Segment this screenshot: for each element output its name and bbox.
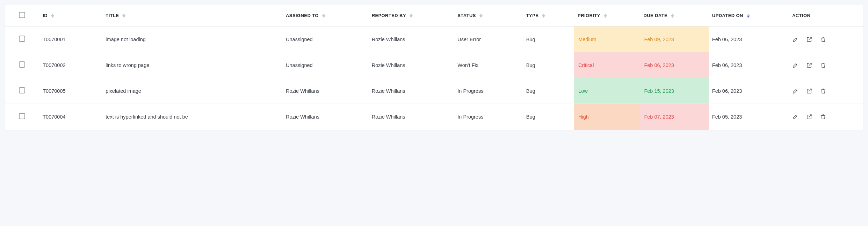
open-external-icon[interactable] xyxy=(806,62,812,68)
priority: High xyxy=(578,114,589,120)
header-priority-label: PRIORITY xyxy=(578,13,600,18)
cell-assigned-to: Rozie Whillans xyxy=(282,104,368,130)
cell-id: T0070001 xyxy=(39,27,102,52)
cell-reported-by: Rozie Whillans xyxy=(368,104,454,130)
cell-priority: Critical xyxy=(574,52,640,78)
trash-icon[interactable] xyxy=(820,36,826,43)
svg-marker-11 xyxy=(542,16,545,18)
header-id-label: ID xyxy=(43,13,48,18)
table-row: T0070001image not loadingUnassignedRozie… xyxy=(5,27,863,52)
header-updated-on-label: UPDATED ON xyxy=(712,13,743,18)
header-status[interactable]: STATUS xyxy=(454,5,522,27)
assigned-to: Unassigned xyxy=(286,62,313,68)
cell-action xyxy=(789,52,863,78)
select-all-checkbox[interactable] xyxy=(19,12,25,18)
header-updated-on[interactable]: UPDATED ON xyxy=(709,5,789,27)
due-date: Feb 06, 2023 xyxy=(644,62,674,68)
cell-action xyxy=(789,104,863,130)
due-date: Feb 15, 2023 xyxy=(644,88,674,94)
type: Bug xyxy=(526,88,535,94)
header-reported-by[interactable]: REPORTED BY xyxy=(368,5,454,27)
open-external-icon[interactable] xyxy=(806,114,812,120)
assigned-to: Unassigned xyxy=(286,37,313,42)
cell-due-date: Feb 06, 2023 xyxy=(640,52,708,78)
sort-icon xyxy=(322,14,325,18)
type: Bug xyxy=(526,62,535,68)
cell-priority: Medium xyxy=(574,27,640,52)
svg-marker-3 xyxy=(122,16,125,18)
table-row: T0070005pixelated imageRozie WhillansRoz… xyxy=(5,78,863,104)
cell-title: pixelated image xyxy=(102,78,282,104)
header-assigned-to[interactable]: ASSIGNED TO xyxy=(282,5,368,27)
edit-icon[interactable] xyxy=(792,88,798,94)
header-id[interactable]: ID xyxy=(39,5,102,27)
status: In Progress xyxy=(457,88,483,94)
cell-updated-on: Feb 05, 2023 xyxy=(709,104,789,130)
row-checkbox-cell xyxy=(5,104,39,130)
cell-type: Bug xyxy=(523,104,574,130)
header-action-label: ACTION xyxy=(792,13,810,18)
row-checkbox[interactable] xyxy=(19,36,25,42)
cell-id: T0070002 xyxy=(39,52,102,78)
header-type[interactable]: TYPE xyxy=(523,5,574,27)
updated-on: Feb 05, 2023 xyxy=(712,114,742,120)
cell-priority: High xyxy=(574,104,640,130)
table-header-row: ID TITLE ASSIGNED TO xyxy=(5,5,863,27)
cell-type: Bug xyxy=(523,27,574,52)
ticket-title: pixelated image xyxy=(106,88,141,94)
reported-by: Rozie Whillans xyxy=(372,37,405,42)
sort-icon xyxy=(542,14,545,18)
cell-assigned-to: Unassigned xyxy=(282,27,368,52)
reported-by: Rozie Whillans xyxy=(372,88,405,94)
updated-on: Feb 06, 2023 xyxy=(712,88,742,94)
updated-on: Feb 06, 2023 xyxy=(712,37,742,42)
cell-assigned-to: Unassigned xyxy=(282,52,368,78)
trash-icon[interactable] xyxy=(820,114,826,120)
edit-icon[interactable] xyxy=(792,114,798,120)
sort-icon xyxy=(604,14,607,18)
ticket-id: T0070004 xyxy=(43,114,65,120)
ticket-id: T0070001 xyxy=(43,37,65,42)
cell-updated-on: Feb 06, 2023 xyxy=(709,52,789,78)
row-checkbox[interactable] xyxy=(19,61,25,68)
cell-action xyxy=(789,27,863,52)
sort-icon xyxy=(122,14,125,18)
header-title-label: TITLE xyxy=(106,13,119,18)
ticket-id: T0070005 xyxy=(43,88,65,94)
edit-icon[interactable] xyxy=(792,36,798,43)
type: Bug xyxy=(526,114,535,120)
ticket-title: image not loading xyxy=(106,37,145,42)
ticket-id: T0070002 xyxy=(43,62,65,68)
ticket-table: ID TITLE ASSIGNED TO xyxy=(5,5,863,130)
cell-assigned-to: Rozie Whillans xyxy=(282,78,368,104)
header-due-date[interactable]: DUE DATE xyxy=(640,5,708,27)
svg-marker-9 xyxy=(479,16,483,18)
svg-marker-15 xyxy=(671,16,674,18)
cell-id: T0070004 xyxy=(39,104,102,130)
cell-type: Bug xyxy=(523,52,574,78)
open-external-icon[interactable] xyxy=(806,36,812,43)
cell-title: image not loading xyxy=(102,27,282,52)
priority: Low xyxy=(578,88,588,94)
cell-updated-on: Feb 06, 2023 xyxy=(709,78,789,104)
row-checkbox[interactable] xyxy=(19,87,25,93)
sort-icon xyxy=(479,14,483,18)
edit-icon[interactable] xyxy=(792,62,798,68)
priority: Critical xyxy=(578,62,594,68)
svg-marker-5 xyxy=(322,16,325,18)
trash-icon[interactable] xyxy=(820,88,826,94)
cell-status: In Progress xyxy=(454,78,522,104)
trash-icon[interactable] xyxy=(820,62,826,68)
status: User Error xyxy=(457,37,481,42)
header-title[interactable]: TITLE xyxy=(102,5,282,27)
cell-due-date: Feb 15, 2023 xyxy=(640,78,708,104)
header-reported-by-label: REPORTED BY xyxy=(372,13,406,18)
svg-marker-17 xyxy=(747,16,750,18)
cell-updated-on: Feb 06, 2023 xyxy=(709,27,789,52)
cell-due-date: Feb 09, 2023 xyxy=(640,27,708,52)
ticket-title: text is hyperlinked and should not be xyxy=(106,114,188,120)
cell-status: Won't Fix xyxy=(454,52,522,78)
open-external-icon[interactable] xyxy=(806,88,812,94)
row-checkbox[interactable] xyxy=(19,113,25,119)
header-priority[interactable]: PRIORITY xyxy=(574,5,640,27)
